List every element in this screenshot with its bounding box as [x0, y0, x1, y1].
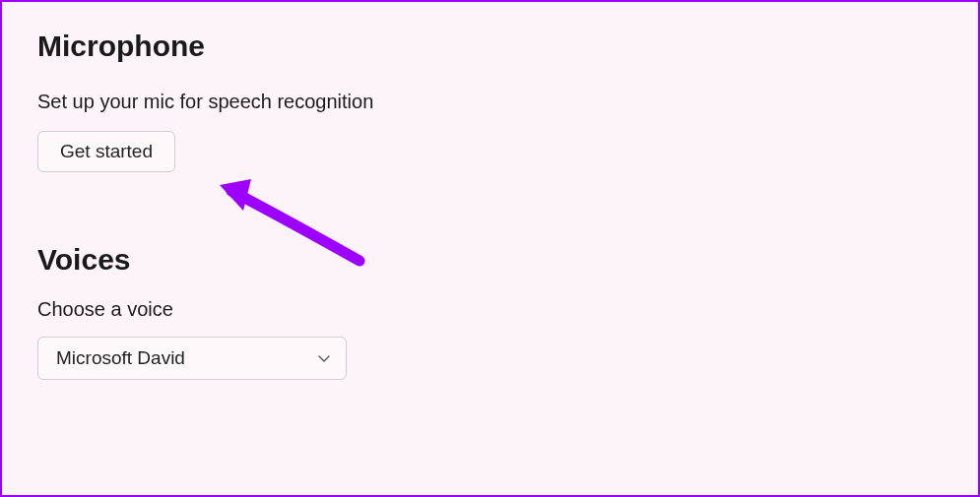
- microphone-description: Set up your mic for speech recognition: [37, 91, 943, 113]
- voice-select[interactable]: Microsoft David: [37, 337, 347, 380]
- choose-voice-label: Choose a voice: [37, 298, 943, 321]
- voice-select-value: Microsoft David: [56, 347, 185, 369]
- chevron-down-icon: [316, 350, 332, 366]
- voices-heading: Voices: [37, 243, 943, 277]
- microphone-heading: Microphone: [37, 30, 943, 63]
- get-started-button[interactable]: Get started: [37, 131, 175, 172]
